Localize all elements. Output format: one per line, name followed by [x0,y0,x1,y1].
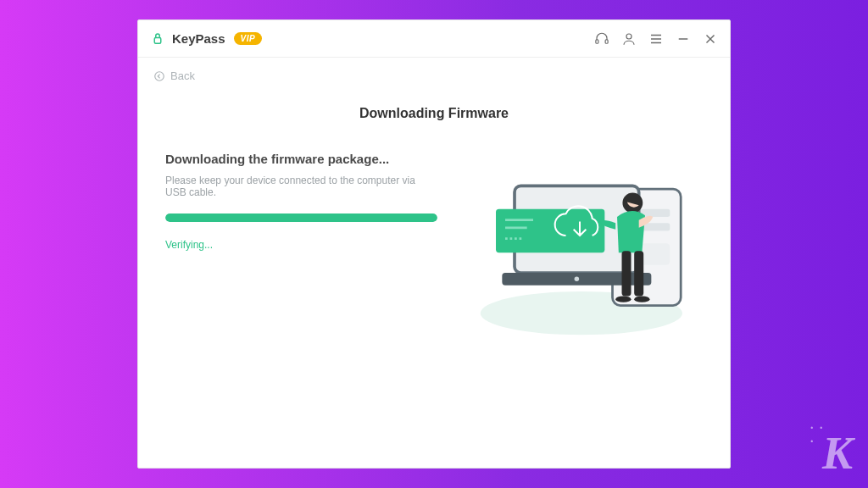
app-title: KeyPass [172,31,225,46]
page-title: Downloading Firmware [138,106,730,121]
close-button[interactable] [703,31,718,47]
download-instruction: Please keep your device connected to the… [165,175,437,198]
titlebar: KeyPass VIP [138,20,730,58]
titlebar-actions [594,31,718,47]
svg-point-3 [626,34,632,39]
svg-point-10 [155,71,164,80]
back-button[interactable]: Back [153,69,195,82]
download-panel: Downloading the firmware package... Plea… [165,152,444,338]
minimize-button[interactable] [676,31,691,47]
progress-fill [165,214,437,222]
menu-icon[interactable] [648,31,664,47]
svg-rect-25 [621,251,631,296]
svg-point-28 [634,296,649,302]
app-logo-icon [150,31,165,47]
watermark-letter: K [822,428,851,479]
svg-point-18 [574,276,579,281]
back-row: Back [138,58,730,86]
download-subtitle: Downloading the firmware package... [165,152,437,166]
svg-rect-26 [634,251,643,296]
svg-rect-0 [154,37,161,43]
illustration [444,152,703,338]
svg-point-27 [615,296,631,302]
vip-badge: VIP [234,32,263,45]
content: Downloading Firmware Downloading the fir… [138,86,730,469]
svg-rect-19 [496,208,604,252]
app-window: KeyPass VIP [137,19,731,469]
status-text: Verifying... [165,239,437,251]
progress-bar [165,214,437,222]
svg-point-24 [622,192,643,213]
support-icon[interactable] [594,31,609,47]
back-label: Back [170,69,195,82]
watermark: ∙ ∙∙ K [822,427,851,480]
account-icon[interactable] [621,31,637,47]
